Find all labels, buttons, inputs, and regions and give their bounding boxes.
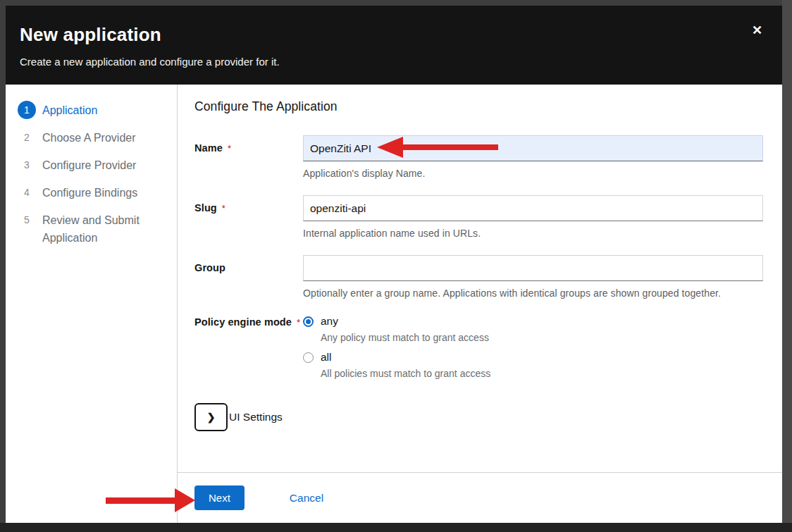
required-asterisk: * [222, 203, 225, 214]
wizard-step-configure-bindings[interactable]: 4 Configure Bindings [18, 183, 170, 202]
wizard-step-configure-provider[interactable]: 3 Configure Provider [18, 156, 170, 174]
step-label: Configure Bindings [42, 183, 137, 202]
step-number: 1 [18, 101, 36, 119]
required-asterisk: * [297, 317, 300, 328]
radio-all-helper-text: All policies must match to grant access [321, 368, 763, 379]
close-icon[interactable]: ✕ [752, 24, 762, 37]
name-label: Name* [194, 135, 303, 179]
wizard-footer: Next Cancel [178, 472, 782, 523]
name-field-row: Name* Application's display Name. [194, 135, 763, 179]
group-helper-text: Optionally enter a group name. Applicati… [303, 287, 763, 299]
group-input[interactable] [303, 255, 763, 281]
step-label: Review and Submit Application [42, 211, 170, 247]
step-number: 5 [18, 211, 36, 229]
policy-engine-mode-row: Policy engine mode* any Any policy must … [194, 315, 763, 379]
slug-field-row: Slug* Internal application name used in … [194, 195, 763, 239]
name-input[interactable] [303, 135, 763, 161]
ui-settings-label: UI Settings [229, 411, 283, 423]
policy-mode-all-option: all [303, 351, 763, 364]
next-button[interactable]: Next [194, 485, 245, 510]
chevron-right-icon[interactable]: ❯ [194, 403, 228, 431]
policy-engine-mode-label: Policy engine mode* [194, 315, 303, 379]
step-label: Application [42, 101, 97, 119]
wizard-step-application[interactable]: 1 Application [18, 101, 170, 119]
slug-input[interactable] [303, 195, 763, 221]
modal-title: New application [20, 24, 740, 46]
radio-any[interactable] [303, 316, 314, 327]
name-helper-text: Application's display Name. [303, 168, 763, 179]
wizard-steps-sidebar: 1 Application 2 Choose A Provider 3 Conf… [6, 85, 178, 523]
radio-all-label[interactable]: all [321, 351, 332, 364]
radio-any-helper-text: Any policy must match to grant access [321, 332, 763, 343]
radio-all[interactable] [303, 352, 314, 363]
modal-header: New application Create a new application… [6, 6, 782, 85]
wizard-step-review-submit[interactable]: 5 Review and Submit Application [18, 211, 170, 247]
group-label: Group [194, 255, 303, 299]
step-label: Choose A Provider [42, 128, 136, 147]
cancel-button[interactable]: Cancel [290, 492, 323, 505]
step-number: 4 [18, 183, 36, 202]
new-application-modal: New application Create a new application… [6, 6, 782, 523]
modal-body: 1 Application 2 Choose A Provider 3 Conf… [6, 85, 782, 523]
wizard-main: Configure The Application Name* Applicat… [178, 85, 782, 523]
step-label: Configure Provider [42, 156, 136, 174]
required-asterisk: * [228, 143, 231, 154]
slug-helper-text: Internal application name used in URLs. [303, 228, 763, 239]
policy-mode-any-option: any [303, 315, 763, 328]
page-backdrop-right [782, 0, 792, 532]
radio-any-label[interactable]: any [321, 315, 338, 328]
step-number: 3 [18, 156, 36, 174]
wizard-step-choose-provider[interactable]: 2 Choose A Provider [18, 128, 170, 147]
group-field-row: Group Optionally enter a group name. App… [194, 255, 763, 299]
page-title: Configure The Application [194, 99, 763, 114]
page-backdrop-bottom [0, 523, 792, 532]
slug-label: Slug* [194, 195, 303, 239]
ui-settings-expandable: ❯ UI Settings [194, 403, 763, 431]
step-number: 2 [18, 128, 36, 147]
wizard-content: Configure The Application Name* Applicat… [178, 85, 782, 472]
modal-subtitle: Create a new application and configure a… [20, 56, 740, 68]
